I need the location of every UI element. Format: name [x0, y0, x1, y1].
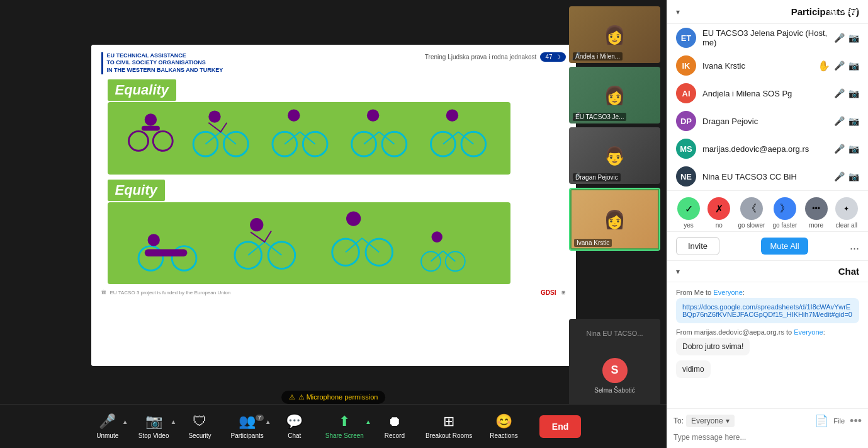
dropdown-chevron-icon: ▾ — [726, 416, 730, 425]
reaction-no[interactable]: ✗ no — [707, 197, 730, 229]
security-label: Security — [188, 432, 211, 439]
mute-icon-ne: 🎤 — [834, 171, 845, 181]
slide-area: EU TECHNICAL ASSISTANCE TO CIVIL SOCIETY… — [0, 0, 667, 404]
nina-label: Nina EU TACSO... — [586, 330, 643, 337]
chat-msg2: vidimo — [676, 360, 711, 378]
name-et: EU TACSO3 Jelena Pajovic (Host, me) — [702, 28, 828, 47]
chat-message-1: From Me to Everyone: https://docs.google… — [676, 289, 859, 323]
everyone-value: Everyone — [691, 416, 723, 425]
video-thumb-andela: 👩 🎤 Anđela i Milen... — [569, 6, 660, 63]
svg-point-37 — [346, 211, 361, 226]
chat-button[interactable]: 💬 Chat — [273, 413, 317, 439]
video-thumb-eutacso: 👩 🎤 EU TACSO3 Je... — [569, 67, 660, 123]
unmute-button[interactable]: 🎤 ▲ Unmute — [86, 413, 130, 439]
svg-point-19 — [431, 132, 455, 156]
participants-collapse-icon[interactable]: ▾ — [676, 8, 680, 16]
avatar-et: ET — [676, 28, 696, 48]
share-screen-label: Share Screen — [325, 432, 364, 439]
chat-from-me: From Me to Everyone: — [676, 289, 859, 296]
participants-arrow[interactable]: ▲ — [265, 418, 271, 425]
svg-point-3 — [153, 131, 172, 151]
video-icon-ms: 📷 — [848, 144, 859, 154]
go-faster-circle: 》 — [774, 197, 796, 220]
reaction-go-faster[interactable]: 》 go faster — [773, 197, 798, 229]
participant-item-et[interactable]: ET EU TACSO3 Jelena Pajovic (Host, me) 🎤… — [667, 24, 868, 52]
file-button[interactable]: 📄 — [814, 414, 828, 428]
participants-button[interactable]: 👥 7 ▲ Participants — [222, 413, 272, 439]
slide-title: Trening Ljudska prava i rodna jednakost … — [425, 52, 566, 62]
go-faster-label: go faster — [773, 222, 798, 229]
chat-more-button[interactable]: ••• — [850, 415, 862, 428]
svg-point-34 — [366, 239, 393, 266]
participant-item-dp[interactable]: DP Dragan Pejovic 🎤 📷 — [667, 107, 868, 135]
selma-label: Selma Šabotić — [594, 387, 634, 394]
share-screen-icon: ⬆ — [339, 413, 350, 430]
mic-permission-text: ⚠ Microphone permission — [298, 393, 378, 401]
chat-collapse-icon[interactable]: ▾ — [676, 267, 680, 276]
participant-item-ik[interactable]: IK Ivana Krstic ✋ 🎤 📷 — [667, 52, 868, 79]
security-button[interactable]: 🛡 Security — [178, 413, 222, 439]
chat-footer: To: Everyone ▾ 📄 File ••• — [667, 408, 868, 448]
end-button[interactable]: End — [539, 415, 581, 438]
equality-banner: Equality — [108, 79, 177, 101]
record-icon: ⏺ — [388, 413, 402, 430]
file-label: File — [833, 417, 845, 425]
to-label: To: — [674, 416, 684, 425]
grid-dots-icon: ⊞ — [561, 290, 566, 296]
reaction-yes[interactable]: ✓ yes — [677, 197, 700, 229]
invite-button[interactable]: Invite — [676, 237, 719, 255]
participant-item-ai[interactable]: AI Andjela i Milena SOS Pg 🎤 📷 — [667, 79, 868, 107]
name-dp: Dragan Pejovic — [702, 117, 828, 126]
slide-counter: 47 ☽ — [540, 52, 565, 62]
avatar-ms: MS — [676, 139, 696, 159]
eu-text-2: TO CIVIL SOCIETY ORGANISATIONS — [107, 59, 223, 67]
mute-icon-dp: 🎤 — [834, 116, 845, 126]
share-arrow[interactable]: ▲ — [365, 418, 371, 425]
participant-item-ms[interactable]: MS marijas.dedovic@aepa.org.rs 🎤 📷 — [667, 135, 868, 163]
reaction-clear-all[interactable]: ✦ clear all — [835, 197, 858, 229]
svg-rect-1 — [141, 126, 159, 131]
unmute-arrow[interactable]: ▲ — [122, 418, 128, 425]
shield-icon: 🛡 — [193, 413, 206, 430]
name-ik: Ivana Krstic — [702, 61, 811, 71]
svg-rect-26 — [144, 249, 187, 256]
slide-number: 47 — [545, 54, 552, 60]
icons-ms: 🎤 📷 — [834, 144, 859, 154]
svg-point-42 — [431, 231, 442, 242]
unmute-label: Unmute — [96, 432, 118, 439]
chat-message-3: vidimo — [676, 360, 859, 378]
slide-header: EU TECHNICAL ASSISTANCE TO CIVIL SOCIETY… — [101, 52, 566, 74]
reactions-button[interactable]: 😊 Reactions — [481, 413, 526, 439]
reactions-icon: 😊 — [495, 413, 512, 430]
yes-circle: ✓ — [677, 197, 700, 220]
reaction-go-slower[interactable]: 《 go slower — [738, 197, 765, 229]
mic-icon-ik: 🎤 — [834, 60, 845, 71]
svg-point-23 — [446, 110, 458, 122]
svg-line-36 — [362, 238, 379, 252]
record-button[interactable]: ⏺ Record — [373, 413, 417, 439]
more-options-button[interactable]: ... — [850, 239, 859, 253]
eutacso-label: EU TACSO3 Je... — [573, 113, 626, 121]
eu-flag-icon: 🏛 — [101, 290, 106, 296]
breakout-rooms-button[interactable]: ⊞ Breakout Rooms — [417, 413, 481, 439]
name-ms: marijas.dedovic@aepa.org.rs — [702, 144, 828, 154]
chat-label: Chat — [288, 432, 301, 439]
ivana-label: Ivana Krstic — [574, 239, 612, 247]
participant-item-ne[interactable]: NE Nina EU TACSO3 CC BiH 🎤 📷 — [667, 163, 868, 190]
icons-ai: 🎤 📷 — [834, 88, 859, 98]
video-arrow[interactable]: ▲ — [171, 418, 177, 425]
chat-link[interactable]: https://docs.google.com/spreadsheets/d/1… — [676, 298, 859, 323]
chat-input[interactable] — [674, 432, 862, 443]
go-slower-circle: 《 — [740, 197, 763, 220]
gdsi-label: GDSI — [541, 289, 556, 296]
reaction-more[interactable]: ••• more — [805, 197, 828, 229]
stop-video-button[interactable]: 📷 ▲ Stop Video — [130, 413, 178, 439]
everyone-selector[interactable]: Everyone ▾ — [686, 415, 735, 427]
svg-point-5 — [223, 132, 248, 156]
share-screen-button[interactable]: ⬆ ▲ Share Screen — [317, 413, 373, 439]
mute-icon-ai: 🎤 — [834, 88, 845, 98]
view-label[interactable]: View — [840, 6, 858, 16]
video-icon-ne: 📷 — [848, 171, 859, 181]
no-circle: ✗ — [707, 197, 730, 220]
mute-all-button[interactable]: Mute All — [761, 238, 808, 255]
